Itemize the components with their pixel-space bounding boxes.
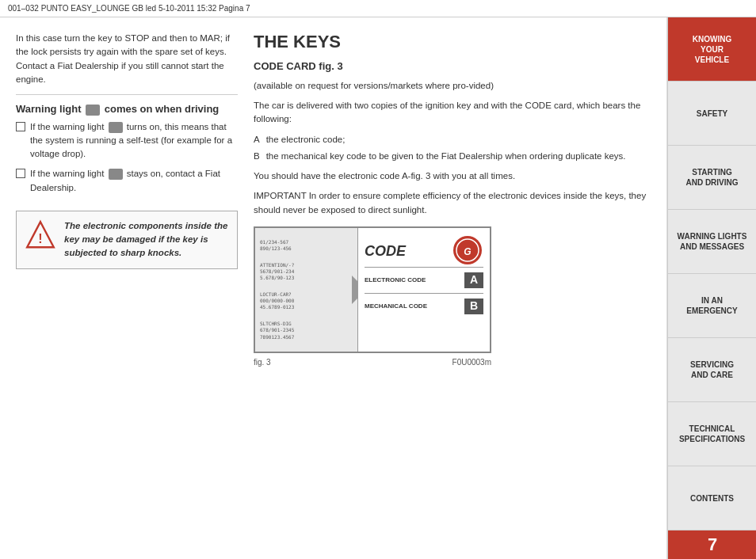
subsection-subtitle: (available on request for versions/marke… <box>254 79 651 93</box>
fiat-logo-area: G <box>453 236 482 264</box>
sidebar-item-safety[interactable]: SAFETY <box>668 82 756 146</box>
svg-text:G: G <box>464 246 471 257</box>
card-data-line-1: 01/234-567890/123-456 <box>260 239 353 253</box>
letter-a-box: A <box>464 272 483 288</box>
bullet-item-2: If the warning light stays on, contact a… <box>16 167 238 195</box>
bullet-text-1: If the warning light turns on, this mean… <box>30 120 238 162</box>
sidebar-label-contents: CONTENTS <box>690 493 734 504</box>
main-layout: In this case turn the key to STOP and th… <box>0 17 756 559</box>
fig-caption: fig. 3 F0U0003m <box>254 356 491 368</box>
bullet-item-1: If the warning light turns on, this mean… <box>16 120 238 162</box>
sidebar-item-warning-lights[interactable]: WARNING LIGHTSAND MESSAGES <box>668 210 756 274</box>
list-item-b: B the mechanical key code to be given to… <box>254 150 651 163</box>
sidebar-item-technical[interactable]: TECHNICALSPECIFICATIONS <box>668 402 756 466</box>
top-bar: 001–032 PUNTO EASY_LOUNGE GB led 5-10-20… <box>0 0 756 17</box>
fig-ref: F0U0003m <box>452 356 491 368</box>
sidebar-label-starting: STARTINGAND DRIVING <box>685 167 738 188</box>
sidebar-item-starting[interactable]: STARTINGAND DRIVING <box>668 146 756 210</box>
fig-number: fig. 3 <box>254 356 271 368</box>
subsection-title: CODE CARD fig. 3 <box>254 59 651 74</box>
fiat-logo: G <box>453 236 482 264</box>
para2: You should have the electronic code A-fi… <box>254 169 651 183</box>
electronic-code-row: ELECTRONIC CODE A <box>365 267 483 288</box>
letter-b-box: B <box>464 299 483 314</box>
code-card-image: 01/234-567890/123-456 ATTENTION/-?5678/9… <box>254 226 491 353</box>
card-data-line-3: LOCTUR-CAR?000/0000-00045.6789-0123 <box>260 291 353 311</box>
sidebar-label-servicing: SERVICINGAND CARE <box>690 359 734 380</box>
content-area: In this case turn the key to STOP and th… <box>0 17 667 559</box>
bullet-checkbox-2 <box>16 169 25 178</box>
card-left-section: 01/234-567890/123-456 ATTENTION/-?5678/9… <box>255 228 358 352</box>
sidebar-label-warning-lights: WARNING LIGHTSAND MESSAGES <box>678 231 747 252</box>
bullet-text-2: If the warning light stays on, contact a… <box>30 167 238 195</box>
figure-container: 01/234-567890/123-456 ATTENTION/-?5678/9… <box>254 226 651 368</box>
card-data-line-2: ATTENTION/-?5678/901-2345.678/90-123 <box>260 262 353 282</box>
list-letter-b: B <box>254 150 260 163</box>
divider <box>16 94 238 95</box>
right-column: THE KEYS CODE CARD fig. 3 (available on … <box>254 32 651 551</box>
sidebar-item-contents[interactable]: CONTENTS <box>668 466 756 530</box>
intro-text: In this case turn the key to STOP and th… <box>16 32 238 86</box>
card-right-section: G CODE ELECTRONIC CODE A <box>358 228 490 352</box>
right-body: THE KEYS CODE CARD fig. 3 (available on … <box>254 32 651 368</box>
list-text-a: the electronic code; <box>266 133 346 146</box>
electronic-code-label: ELECTRONIC CODE <box>365 276 464 285</box>
bullet-checkbox-1 <box>16 122 25 131</box>
left-column: In this case turn the key to STOP and th… <box>16 32 238 551</box>
warning-box: ! The electronic components inside the k… <box>16 211 238 269</box>
mechanical-code-label: MECHANICAL CODE <box>365 302 464 311</box>
sidebar-label-technical: TECHNICALSPECIFICATIONS <box>679 424 745 444</box>
warning-box-text: The electronic components inside the key… <box>64 219 229 260</box>
warning-icon-2 <box>109 169 123 180</box>
page-container: 001–032 PUNTO EASY_LOUNGE GB led 5-10-20… <box>0 0 756 559</box>
content-columns: In this case turn the key to STOP and th… <box>16 32 651 551</box>
top-bar-text: 001–032 PUNTO EASY_LOUNGE GB led 5-10-20… <box>8 4 250 13</box>
warning-icon-1 <box>109 122 123 133</box>
sidebar-label-safety: SAFETY <box>697 108 727 119</box>
list-letter-a: A <box>254 133 260 146</box>
card-data-line-4: SLTCHRS-DIG678/901-23457890123.4567 <box>260 321 353 340</box>
para3: IMPORTANT In order to ensure complete ef… <box>254 189 651 217</box>
warning-light-icon <box>86 105 100 116</box>
list-item-a: A the electronic code; <box>254 133 651 146</box>
sidebar: KNOWINGYOURVEHICLE SAFETY STARTINGAND DR… <box>667 17 756 559</box>
warning-triangle-icon: ! <box>25 219 56 251</box>
sidebar-item-knowing[interactable]: KNOWINGYOURVEHICLE <box>668 17 756 82</box>
mechanical-code-row: MECHANICAL CODE B <box>365 293 483 314</box>
section-title: THE KEYS <box>254 32 651 52</box>
para1: The car is delivered with two copies of … <box>254 99 651 127</box>
svg-text:!: ! <box>38 232 42 245</box>
page-number: 7 <box>668 530 756 559</box>
sidebar-label-emergency: IN ANEMERGENCY <box>686 295 737 316</box>
sidebar-item-emergency[interactable]: IN ANEMERGENCY <box>668 274 756 338</box>
sidebar-label-knowing: KNOWINGYOURVEHICLE <box>693 34 731 65</box>
warning-title: Warning light comes on when driving <box>16 103 238 116</box>
list-text-b: the mechanical key code to be given to t… <box>266 150 626 163</box>
sidebar-item-servicing[interactable]: SERVICINGAND CARE <box>668 338 756 402</box>
